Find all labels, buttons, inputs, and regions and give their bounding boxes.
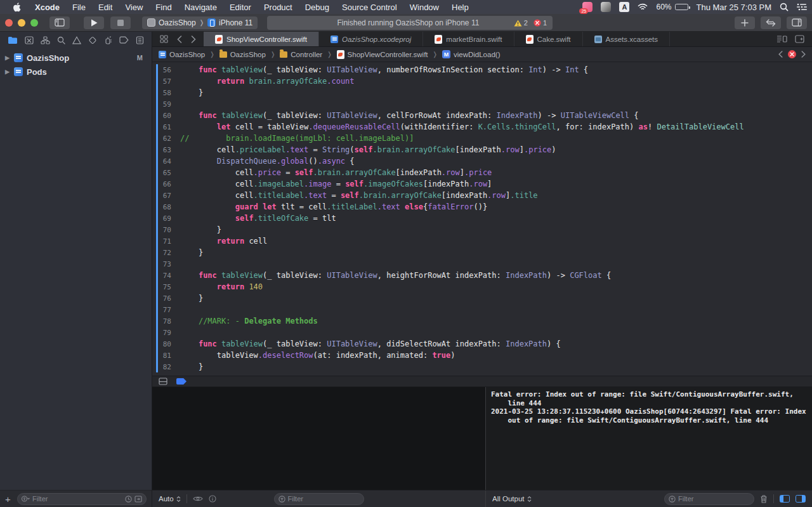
code-line[interactable]: 67 cell.titleLabel.text = self.brain.arr… — [152, 190, 812, 201]
source-control-status-icon[interactable] — [134, 496, 142, 503]
code-line[interactable]: 74 func tableView(_ tableView: UITableVi… — [152, 270, 812, 281]
menu-item-edit[interactable]: Edit — [92, 3, 119, 12]
issue-forward-icon[interactable] — [801, 51, 806, 58]
menu-item-navigate[interactable]: Navigate — [178, 3, 223, 12]
code-line[interactable]: 58 } — [152, 87, 812, 98]
code-line[interactable]: 81 tableView.deselectRow(at: indexPath, … — [152, 350, 812, 361]
menu-item-help[interactable]: Help — [445, 3, 475, 12]
navigator-filter-input[interactable] — [32, 495, 122, 503]
clear-console-icon[interactable] — [760, 495, 768, 503]
breadcrumb-item-controller[interactable]: Controller — [280, 51, 322, 58]
navigator-filter-field[interactable] — [17, 493, 147, 505]
menu-item-find[interactable]: Find — [149, 3, 178, 12]
code-line[interactable]: 82 } — [152, 361, 812, 372]
code-line[interactable]: 68 guard let tlt = cell.titleLabel.text … — [152, 201, 812, 213]
control-center-icon[interactable] — [797, 3, 807, 11]
tab-overview-icon[interactable] — [160, 35, 168, 43]
symbol-navigator-icon[interactable] — [41, 36, 50, 44]
apple-menu-icon[interactable] — [5, 3, 29, 12]
menu-item-editor[interactable]: Editor — [223, 3, 258, 12]
report-navigator-icon[interactable] — [136, 36, 144, 44]
menu-item-view[interactable]: View — [119, 3, 149, 12]
console-view[interactable]: Fatal error: Index out of range: file Sw… — [486, 387, 812, 490]
toggle-console-view-icon[interactable] — [796, 495, 806, 503]
variables-filter-input[interactable] — [288, 495, 360, 503]
code-line[interactable]: 66 cell.imageLabel.image = self.imageOfC… — [152, 178, 812, 190]
close-window-button[interactable] — [5, 19, 13, 27]
disclosure-triangle-icon[interactable]: ▶ — [5, 69, 14, 75]
menu-item-file[interactable]: File — [66, 3, 92, 12]
issue-back-icon[interactable] — [778, 51, 783, 58]
app-icon-secondary[interactable] — [601, 2, 611, 12]
error-count-badge[interactable]: 1 — [534, 19, 547, 27]
menu-clock[interactable]: Thu Mar 25 7:03 PM — [697, 3, 772, 12]
toggle-debug-area-icon[interactable] — [159, 378, 167, 385]
code-line[interactable]: 78 //MARK: - Delegate Methods — [152, 315, 812, 327]
breadcrumb-item-viewdidload-[interactable]: MviewDidLoad() — [442, 50, 501, 58]
code-line[interactable]: 77 — [152, 304, 812, 315]
tab-cake-swift[interactable]: Cake.swift — [514, 32, 583, 46]
breadcrumb-item-oazisshop[interactable]: OazisShop — [219, 51, 266, 58]
toggle-navigator-button[interactable] — [49, 16, 70, 29]
breakpoint-navigator-icon[interactable] — [119, 36, 129, 44]
input-source-icon[interactable]: A — [619, 2, 629, 12]
back-button[interactable] — [177, 36, 182, 43]
code-line[interactable]: 65 cell.price = self.brain.arrayOfCake[i… — [152, 167, 812, 178]
code-line[interactable]: 72 } — [152, 247, 812, 258]
disclosure-triangle-icon[interactable]: ▶ — [5, 55, 14, 61]
code-line[interactable]: 63 cell.priceLabel.text = String(self.br… — [152, 144, 812, 155]
minimize-window-button[interactable] — [18, 19, 25, 27]
menu-item-source-control[interactable]: Source Control — [336, 3, 403, 12]
sidebar-item-oazisshop[interactable]: ▶OazisShopM — [0, 51, 152, 65]
add-editor-icon[interactable] — [795, 35, 804, 43]
console-filter-input[interactable] — [678, 495, 750, 503]
source-editor[interactable]: 56 func tableView(_ tableView: UITableVi… — [152, 62, 812, 376]
spotlight-search-icon[interactable] — [780, 3, 789, 11]
quicklook-eye-icon[interactable] — [193, 496, 203, 502]
code-line[interactable]: 57 return brain.arrayOfCake.count — [152, 76, 812, 87]
library-add-button[interactable] — [735, 16, 755, 29]
project-navigator-icon[interactable] — [8, 36, 18, 44]
variables-scope-select[interactable]: Auto — [159, 495, 181, 503]
recent-files-icon[interactable] — [125, 496, 132, 503]
source-control-navigator-icon[interactable] — [25, 36, 34, 44]
code-line[interactable]: 79 — [152, 327, 812, 338]
jump-error-badge[interactable] — [788, 50, 796, 58]
code-line[interactable]: 73 — [152, 258, 812, 270]
issue-navigator-icon[interactable] — [72, 36, 81, 44]
menu-item-xcode[interactable]: Xcode — [29, 3, 66, 12]
stop-button[interactable] — [110, 16, 131, 29]
code-line[interactable]: 64 DispatchQueue.global().async { — [152, 155, 812, 167]
code-line[interactable]: 70 } — [152, 224, 812, 235]
forward-button[interactable] — [191, 36, 196, 43]
test-navigator-icon[interactable] — [88, 36, 97, 44]
breadcrumb-item-shopviewcontroller-swift[interactable]: ShopViewController.swift — [337, 50, 428, 59]
toggle-inspector-button[interactable] — [787, 16, 807, 29]
breadcrumb-item-oazisshop[interactable]: OazisShop — [159, 51, 205, 58]
warning-count-badge[interactable]: 2 — [514, 19, 528, 27]
activity-status-bar[interactable]: Finished running OazisShop on iPhone 11 … — [267, 16, 553, 30]
console-scope-select[interactable]: All Output — [492, 495, 532, 503]
menu-item-window[interactable]: Window — [403, 3, 445, 12]
run-button[interactable] — [84, 16, 104, 29]
code-line[interactable]: 71 return cell — [152, 235, 812, 247]
code-line[interactable]: 80 func tableView(_ tableView: UITableVi… — [152, 338, 812, 350]
code-line[interactable]: 69 self.titleOfCake = tlt — [152, 213, 812, 224]
debug-navigator-icon[interactable] — [104, 36, 112, 44]
code-line[interactable]: 60 func tableView(_ tableView: UITableVi… — [152, 110, 812, 121]
find-navigator-icon[interactable] — [57, 36, 65, 44]
minimap-options-icon[interactable] — [776, 35, 787, 43]
code-line[interactable]: 59 — [152, 98, 812, 110]
code-line[interactable]: 62// brain.loadImage(imgLbl: cell.imageL… — [152, 133, 812, 144]
code-line[interactable]: 61 let cell = tableView.dequeueReusableC… — [152, 121, 812, 133]
tab-shopviewcontroller-swift[interactable]: ShopViewController.swift — [204, 32, 319, 46]
code-line[interactable]: 56 func tableView(_ tableView: UITableVi… — [152, 64, 812, 76]
code-line[interactable]: 75 return 140 — [152, 281, 812, 293]
tab-assets-xcassets[interactable]: Assets.xcassets — [583, 32, 670, 46]
add-file-button[interactable]: + — [5, 494, 12, 504]
sidebar-item-pods[interactable]: ▶Pods — [0, 65, 152, 79]
toggle-variables-view-icon[interactable] — [780, 495, 790, 503]
wifi-icon[interactable] — [638, 3, 648, 11]
menu-item-product[interactable]: Product — [258, 3, 299, 12]
tab-oazisshop-xcodeproj[interactable]: OazisShop.xcodeproj — [319, 32, 423, 46]
